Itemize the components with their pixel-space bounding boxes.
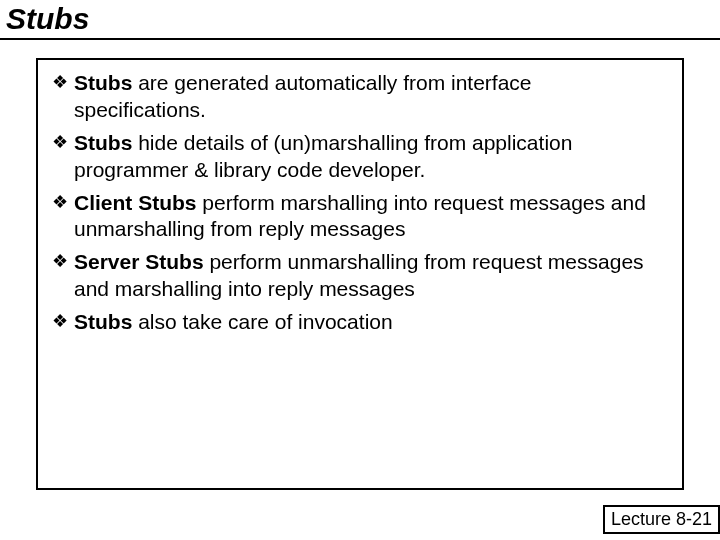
list-item: ❖ Stubs hide details of (un)marshalling … <box>52 130 668 184</box>
list-item-text: Stubs hide details of (un)marshalling fr… <box>74 130 668 184</box>
list-item-text: Server Stubs perform unmarshalling from … <box>74 249 668 303</box>
content-box: ❖ Stubs are generated automatically from… <box>36 58 684 490</box>
list-item: ❖ Stubs are generated automatically from… <box>52 70 668 124</box>
list-item: ❖ Server Stubs perform unmarshalling fro… <box>52 249 668 303</box>
diamond-bullet-icon: ❖ <box>52 70 74 95</box>
footer-label: Lecture 8-21 <box>603 505 720 534</box>
page-title: Stubs <box>6 2 714 36</box>
list-item: ❖ Client Stubs perform marshalling into … <box>52 190 668 244</box>
list-item-text: Client Stubs perform marshalling into re… <box>74 190 668 244</box>
diamond-bullet-icon: ❖ <box>52 130 74 155</box>
list-item-text: Stubs are generated automatically from i… <box>74 70 668 124</box>
diamond-bullet-icon: ❖ <box>52 190 74 215</box>
list-item-text: Stubs also take care of invocation <box>74 309 668 336</box>
diamond-bullet-icon: ❖ <box>52 249 74 274</box>
list-item: ❖ Stubs also take care of invocation <box>52 309 668 336</box>
diamond-bullet-icon: ❖ <box>52 309 74 334</box>
title-bar: Stubs <box>0 0 720 40</box>
